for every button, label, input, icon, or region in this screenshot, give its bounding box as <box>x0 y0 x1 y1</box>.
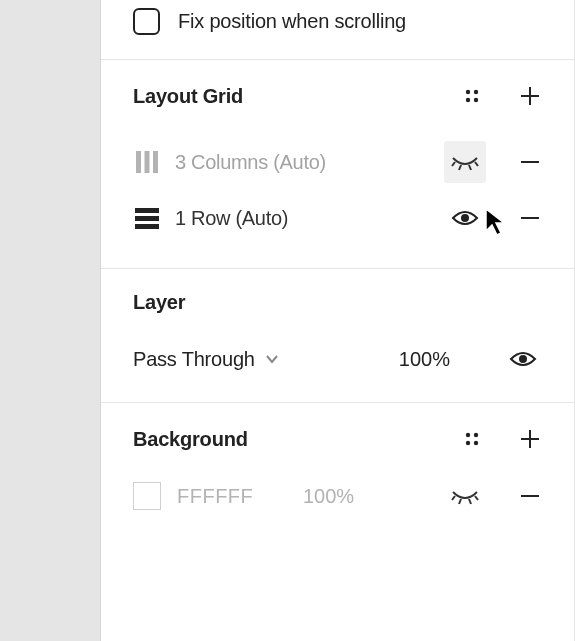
add-layout-grid-button[interactable] <box>516 82 544 110</box>
minus-icon <box>519 151 541 173</box>
fill-hex-input[interactable]: FFFFFF <box>177 485 285 508</box>
svg-line-7 <box>452 162 455 166</box>
svg-rect-4 <box>136 151 141 173</box>
layer-title: Layer <box>133 291 185 314</box>
svg-point-15 <box>519 355 527 363</box>
svg-rect-13 <box>135 224 159 229</box>
layer-opacity-input[interactable]: 100% <box>399 348 450 371</box>
rows-icon <box>133 204 161 232</box>
svg-rect-5 <box>145 151 150 173</box>
remove-fill-button[interactable] <box>516 482 544 510</box>
remove-grid-button[interactable] <box>516 204 544 232</box>
svg-line-22 <box>469 499 471 504</box>
background-section: Background FFFFFF 100% <box>101 403 574 539</box>
svg-point-18 <box>466 441 470 445</box>
minus-icon <box>519 485 541 507</box>
fix-position-checkbox[interactable] <box>133 8 160 35</box>
chevron-down-icon <box>265 354 279 364</box>
eye-closed-icon <box>451 152 479 172</box>
layout-grid-styles-button[interactable] <box>458 82 486 110</box>
background-title: Background <box>133 428 248 451</box>
svg-line-8 <box>459 165 461 170</box>
svg-point-17 <box>474 433 478 437</box>
layout-grid-section: Layout Grid <box>101 60 574 269</box>
eye-open-icon <box>451 208 479 228</box>
layer-section: Layer Pass Through 100% <box>101 269 574 403</box>
constraints-section: Fix position when scrolling <box>101 0 574 60</box>
svg-line-9 <box>469 165 471 170</box>
plus-icon <box>519 428 541 450</box>
svg-point-19 <box>474 441 478 445</box>
grid-item-columns[interactable]: 3 Columns (Auto) <box>133 134 544 190</box>
eye-open-icon <box>509 349 537 369</box>
remove-grid-button[interactable] <box>516 148 544 176</box>
svg-line-21 <box>459 499 461 504</box>
eye-closed-icon <box>451 486 479 506</box>
styles-icon <box>463 87 481 105</box>
svg-point-0 <box>466 90 470 94</box>
minus-icon <box>519 207 541 229</box>
styles-icon <box>463 430 481 448</box>
fill-row[interactable]: FFFFFF 100% <box>133 475 544 517</box>
toggle-visibility-button[interactable] <box>444 197 486 239</box>
plus-icon <box>519 85 541 107</box>
svg-line-23 <box>475 496 478 500</box>
svg-point-14 <box>461 214 469 222</box>
toggle-visibility-button[interactable] <box>444 141 486 183</box>
svg-line-20 <box>452 496 455 500</box>
columns-icon <box>133 148 161 176</box>
svg-point-1 <box>474 90 478 94</box>
svg-rect-11 <box>135 208 159 213</box>
svg-rect-12 <box>135 216 159 221</box>
svg-line-10 <box>475 162 478 166</box>
svg-rect-6 <box>153 151 158 173</box>
fill-visibility-button[interactable] <box>444 475 486 517</box>
grid-item-label: 1 Row (Auto) <box>175 207 444 230</box>
layer-visibility-button[interactable] <box>502 338 544 380</box>
add-fill-button[interactable] <box>516 425 544 453</box>
svg-point-2 <box>466 98 470 102</box>
blend-mode-select[interactable]: Pass Through <box>133 348 279 371</box>
fill-opacity-input[interactable]: 100% <box>303 485 393 508</box>
layout-grid-title: Layout Grid <box>133 85 243 108</box>
grid-item-label: 3 Columns (Auto) <box>175 151 444 174</box>
fix-position-label: Fix position when scrolling <box>178 10 406 33</box>
svg-point-3 <box>474 98 478 102</box>
fix-position-row[interactable]: Fix position when scrolling <box>133 8 544 35</box>
svg-point-16 <box>466 433 470 437</box>
blend-mode-value: Pass Through <box>133 348 255 371</box>
color-swatch[interactable] <box>133 482 161 510</box>
background-styles-button[interactable] <box>458 425 486 453</box>
grid-item-rows[interactable]: 1 Row (Auto) <box>133 190 544 246</box>
properties-panel: Fix position when scrolling Layout Grid <box>100 0 575 641</box>
